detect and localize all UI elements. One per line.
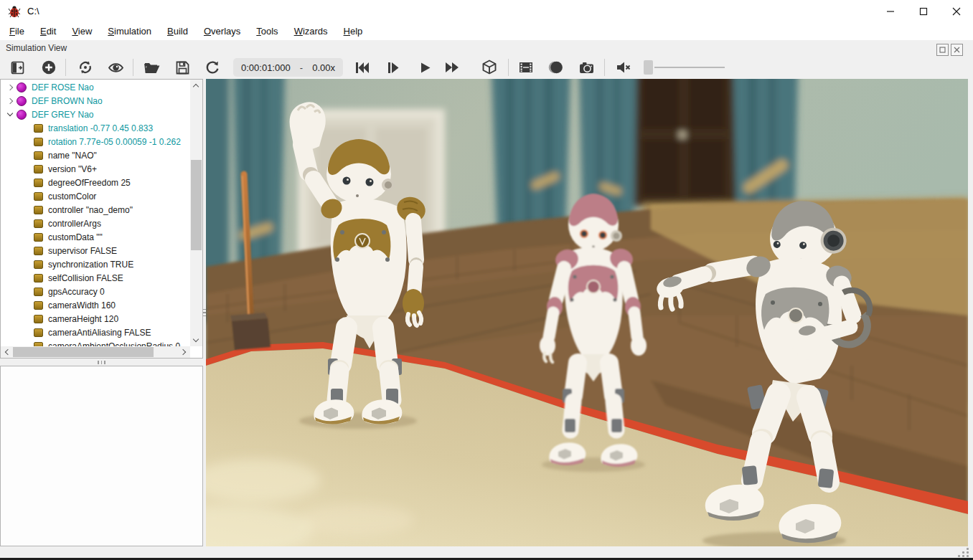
title-bar[interactable]: C:\ <box>0 0 973 22</box>
node-field-icon <box>34 138 43 146</box>
restore-viewpoint-button[interactable] <box>77 58 94 77</box>
node-field-icon <box>17 110 27 120</box>
scroll-left-icon[interactable] <box>1 346 12 358</box>
minimize-button[interactable] <box>874 0 907 22</box>
expand-icon[interactable] <box>5 95 17 107</box>
vertical-scroll-handle[interactable] <box>191 160 202 250</box>
tree-row-label: cameraAntiAliasing FALSE <box>48 328 151 338</box>
menu-item[interactable]: Help <box>336 24 371 39</box>
speed-factor: 0.00x <box>312 62 335 73</box>
toolbar-separator <box>133 59 133 76</box>
node-field-icon <box>34 151 43 160</box>
expand-icon[interactable] <box>5 109 17 120</box>
tree-row[interactable]: controllerArgs <box>1 217 189 230</box>
tree-row[interactable]: customColor <box>1 189 189 203</box>
fast-forward-button[interactable] <box>443 58 461 77</box>
undock-button[interactable] <box>936 44 949 56</box>
open-world-button[interactable] <box>143 58 160 77</box>
screenshot-button[interactable] <box>578 58 595 77</box>
minimize-icon <box>886 7 895 16</box>
tree-row[interactable]: DEF ROSE Nao <box>1 80 189 94</box>
tree-row-label: gpsAccuracy 0 <box>48 287 105 297</box>
menu-item[interactable]: Build <box>159 24 196 39</box>
save-world-button[interactable] <box>174 58 191 77</box>
dock-close-button[interactable] <box>951 44 963 56</box>
maximize-button[interactable] <box>907 0 940 22</box>
animation-record-button[interactable] <box>547 58 565 77</box>
fast-forward-icon <box>443 59 461 76</box>
toolbar-separator <box>508 59 509 76</box>
node-field-icon <box>34 192 43 201</box>
play-icon <box>418 60 433 75</box>
tree-row-label: translation -0.77 0.45 0.833 <box>48 123 153 133</box>
tree-row[interactable]: selfCollision FALSE <box>1 271 189 285</box>
scroll-down-icon[interactable] <box>190 335 202 346</box>
tree-row[interactable]: cameraHeight 120 <box>1 312 189 326</box>
node-field-icon <box>34 301 43 310</box>
horizontal-scroll-handle[interactable] <box>13 347 154 357</box>
menu-bar: File Edit View Simulation Build Overlays… <box>0 22 973 40</box>
tree-row-label: degreeOfFreedom 25 <box>48 178 131 188</box>
menu-item[interactable]: Tools <box>248 24 286 39</box>
tree-row[interactable]: synchronization TRUE <box>1 257 189 271</box>
node-field-icon <box>34 206 43 214</box>
record-dot-icon <box>547 59 565 76</box>
menu-item[interactable]: Overlays <box>196 24 248 39</box>
toggle-scene-tree-button[interactable] <box>9 58 26 77</box>
add-node-button[interactable] <box>40 58 57 77</box>
tree-row[interactable]: version "V6+ <box>1 162 189 176</box>
step-forward-icon <box>385 60 401 75</box>
tree-row[interactable]: gpsAccuracy 0 <box>1 285 189 298</box>
horizontal-splitter[interactable] <box>0 359 203 366</box>
tree-row[interactable]: translation -0.77 0.45 0.833 <box>1 121 189 135</box>
node-field-icon <box>34 219 43 228</box>
tree-row[interactable]: customData "" <box>1 230 189 244</box>
expand-icon[interactable] <box>5 82 17 93</box>
tree-row[interactable]: degreeOfFreedom 25 <box>1 176 189 189</box>
menu-item[interactable]: View <box>64 24 100 39</box>
dock-area: Simulation View <box>0 40 973 79</box>
tree-row[interactable]: rotation 7.77e-05 0.00059 -1 0.262 <box>1 135 189 148</box>
tree-row[interactable]: name "NAO" <box>1 148 189 162</box>
tree-row[interactable]: DEF GREY Nao <box>1 108 189 121</box>
tree-horizontal-scrollbar[interactable] <box>1 346 190 358</box>
movie-record-button[interactable] <box>517 58 535 77</box>
rendering-toggle-button[interactable] <box>481 58 498 77</box>
tree-row-label: rotation 7.77e-05 0.00059 -1 0.262 <box>48 137 181 147</box>
scroll-right-icon[interactable] <box>179 346 190 358</box>
mute-button[interactable] <box>615 58 632 77</box>
film-strip-icon <box>518 60 534 75</box>
toolbar-separator <box>604 59 605 76</box>
volume-slider-handle[interactable] <box>644 60 653 75</box>
close-button[interactable] <box>940 0 973 22</box>
scroll-up-icon[interactable] <box>190 80 202 91</box>
tree-row[interactable]: cameraWidth 160 <box>1 298 189 312</box>
tree-row-label: controller "nao_demo" <box>48 205 133 215</box>
tree-row[interactable]: cameraAntiAliasing FALSE <box>1 326 189 339</box>
node-field-icon <box>34 179 43 187</box>
floppy-disk-icon <box>175 60 190 75</box>
tree-vertical-scrollbar[interactable] <box>190 80 202 346</box>
tree-row-label: cameraHeight 120 <box>48 314 118 324</box>
menu-item[interactable]: File <box>1 24 32 39</box>
menu-item[interactable]: Simulation <box>100 24 159 39</box>
optional-rendering-button[interactable] <box>107 58 124 77</box>
tree-row[interactable]: cameraAmbientOcclusionRadius 0 <box>1 339 189 346</box>
simulation-toolbar: 0:00:01:000 - 0.00x <box>0 56 973 79</box>
window-resize-grip[interactable] <box>956 548 969 557</box>
tree-row[interactable]: supervisor FALSE <box>1 244 189 257</box>
menu-item[interactable]: Wizards <box>286 24 336 39</box>
tree-row[interactable]: DEF BROWN Nao <box>1 94 189 108</box>
status-strip <box>0 546 973 558</box>
play-button[interactable] <box>416 58 433 77</box>
3d-viewport[interactable] <box>206 79 968 546</box>
volume-slider-track[interactable] <box>654 67 725 68</box>
menu-item[interactable]: Edit <box>32 24 64 39</box>
scene-tree-panel: DEF ROSE Nao DEF BROWN Nao DEF GREY Nao … <box>0 79 203 359</box>
tree-row[interactable]: controller "nao_demo" <box>1 203 189 217</box>
rewind-button[interactable] <box>353 58 370 77</box>
tree-row-label: cameraWidth 160 <box>48 300 116 310</box>
step-button[interactable] <box>385 58 402 77</box>
tree-row-label: DEF BROWN Nao <box>32 96 103 106</box>
reload-world-button[interactable] <box>204 58 221 77</box>
